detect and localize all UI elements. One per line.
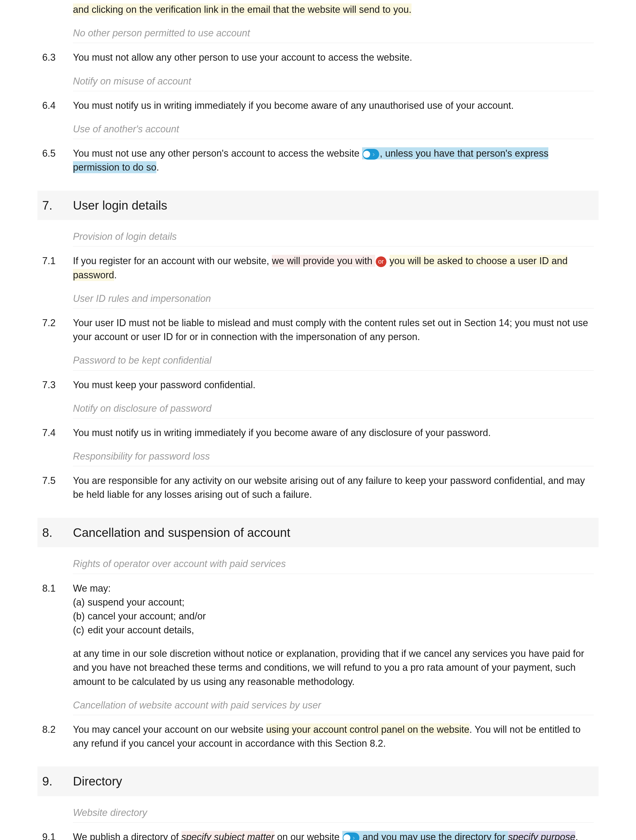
clause-heading-6-4: Notify on misuse of account bbox=[73, 65, 598, 88]
section-heading-7: 7. User login details bbox=[38, 191, 598, 220]
placeholder-field[interactable]: specify subject matter bbox=[181, 831, 274, 840]
clause-text: Your user ID must not be liable to misle… bbox=[73, 316, 594, 344]
clause-text: If you register for an account with our … bbox=[73, 254, 594, 282]
list-text: edit your account details, bbox=[88, 623, 194, 637]
list-text: suspend your account; bbox=[88, 595, 184, 609]
list-item: (a)suspend your account; bbox=[73, 595, 594, 609]
clause-number: 6.3 bbox=[42, 51, 73, 65]
optional-text: and you may use the directory for bbox=[360, 831, 508, 840]
clause-heading-6-5: Use of another's account bbox=[73, 112, 598, 136]
clause-number: 7.1 bbox=[42, 254, 73, 268]
clause-7-5: 7.5 You are responsible for any activity… bbox=[38, 466, 598, 502]
section-number: 9. bbox=[42, 772, 73, 790]
clause-text: We may: bbox=[73, 581, 594, 595]
toggle-switch-on[interactable]: › bbox=[363, 149, 379, 159]
clause-9-1: 9.1 We publish a directory of specify su… bbox=[38, 823, 598, 840]
clause-6-5: 6.5 You must not use any other person's … bbox=[38, 139, 598, 174]
clause-7-4: 7.4 You must notify us in writing immedi… bbox=[38, 418, 598, 440]
optional-block: › and you may use the directory for spec… bbox=[342, 831, 575, 840]
clause-text: and clicking on the verification link in… bbox=[73, 3, 594, 17]
section-title: Directory bbox=[73, 772, 122, 790]
clause-number: 9.1 bbox=[42, 830, 73, 840]
list-item: (b)cancel your account; and/or bbox=[73, 609, 594, 623]
clause-text: You must keep your password confidential… bbox=[73, 378, 594, 392]
clause-heading-6-3: No other person permitted to use account bbox=[73, 17, 598, 40]
section-number: 8. bbox=[42, 524, 73, 542]
clause-heading-8-2: Cancellation of website account with pai… bbox=[73, 689, 598, 712]
text-fragment: If you register for an account with our … bbox=[73, 255, 269, 266]
clause-6-fragment: and clicking on the verification link in… bbox=[38, 0, 598, 17]
list-letter: (c) bbox=[73, 623, 88, 637]
clause-number: 8.2 bbox=[42, 723, 73, 737]
link-section-8-2[interactable]: this Section 8.2 bbox=[318, 738, 383, 749]
clause-6-4: 6.4 You must notify us in writing immedi… bbox=[38, 91, 598, 112]
link-section-14[interactable]: Section 14 bbox=[464, 317, 509, 328]
clause-7-2: 7.2 Your user ID must not be liable to m… bbox=[38, 308, 598, 344]
clause-number: 8.1 bbox=[42, 581, 73, 595]
or-switch-icon[interactable]: or bbox=[376, 256, 386, 267]
clause-heading-9-1: Website directory bbox=[73, 796, 598, 819]
clause-heading-8-1: Rights of operator over account with pai… bbox=[73, 547, 598, 571]
section-title: Cancellation and suspension of account bbox=[73, 524, 290, 542]
text-fragment: . bbox=[575, 831, 578, 840]
clause-text: at any time in our sole discretion witho… bbox=[73, 647, 594, 689]
clause-text: You must notify us in writing immediatel… bbox=[73, 99, 594, 112]
document-page: and clicking on the verification link in… bbox=[0, 0, 636, 840]
clause-number: 6.4 bbox=[42, 99, 73, 112]
section-number: 7. bbox=[42, 196, 73, 215]
clause-text: You are responsible for any activity on … bbox=[73, 474, 594, 502]
list-text: cancel your account; and/or bbox=[88, 609, 206, 623]
clause-heading-7-3: Password to be kept confidential bbox=[73, 344, 598, 367]
clause-8-2: 8.2 You may cancel your account on our w… bbox=[38, 715, 598, 750]
text-fragment: You must not use any other person's acco… bbox=[73, 148, 359, 159]
text-fragment: . bbox=[114, 270, 117, 281]
clause-heading-7-1: Provision of login details bbox=[73, 220, 598, 243]
clause-heading-7-5: Responsibility for password loss bbox=[73, 440, 598, 463]
clause-heading-7-4: Notify on disclosure of password bbox=[73, 392, 598, 415]
clause-number: 7.5 bbox=[42, 474, 73, 488]
list-letter: (a) bbox=[73, 595, 88, 609]
text-fragment: on our website bbox=[274, 831, 340, 840]
text-fragment: . bbox=[383, 738, 386, 749]
clause-7-1: 7.1 If you register for an account with … bbox=[38, 246, 598, 282]
clause-text: You must notify us in writing immediatel… bbox=[73, 426, 594, 440]
section-title: User login details bbox=[73, 196, 167, 215]
list-letter: (b) bbox=[73, 609, 88, 623]
clause-8-1: 8.1 We may: (a)suspend your account; (b)… bbox=[38, 574, 598, 689]
clause-text: You may cancel your account on our websi… bbox=[73, 723, 594, 750]
clause-text: We publish a directory of specify subjec… bbox=[73, 830, 594, 840]
clause-number: 7.2 bbox=[42, 316, 73, 330]
clause-text: You must not use any other person's acco… bbox=[73, 147, 594, 174]
highlight-yellow: using your account control panel on the … bbox=[266, 723, 469, 736]
section-heading-9: 9. Directory bbox=[38, 766, 598, 796]
clause-6-3: 6.3 You must not allow any other person … bbox=[38, 43, 598, 65]
placeholder-field[interactable]: specify purpose bbox=[508, 831, 575, 840]
text-fragment: . bbox=[156, 162, 159, 173]
section-heading-8: 8. Cancellation and suspension of accoun… bbox=[38, 518, 598, 548]
alt-option-a: we will provide you with bbox=[272, 255, 375, 267]
clause-number: 7.4 bbox=[42, 426, 73, 440]
clause-7-3: 7.3 You must keep your password confiden… bbox=[38, 371, 598, 392]
toggle-switch-on[interactable]: › bbox=[343, 832, 359, 840]
text-fragment: Your user ID must not be liable to misle… bbox=[73, 317, 464, 328]
text-fragment: We publish a directory of bbox=[73, 831, 181, 840]
clause-text: You must not allow any other person to u… bbox=[73, 51, 594, 65]
list-item: (c)edit your account details, bbox=[73, 623, 594, 637]
clause-heading-7-2: User ID rules and impersonation bbox=[73, 282, 598, 306]
text-fragment: You may cancel your account on our websi… bbox=[73, 724, 266, 735]
highlight-yellow: and clicking on the verification link in… bbox=[73, 3, 411, 16]
clause-number: 6.5 bbox=[42, 147, 73, 160]
clause-number: 7.3 bbox=[42, 378, 73, 392]
